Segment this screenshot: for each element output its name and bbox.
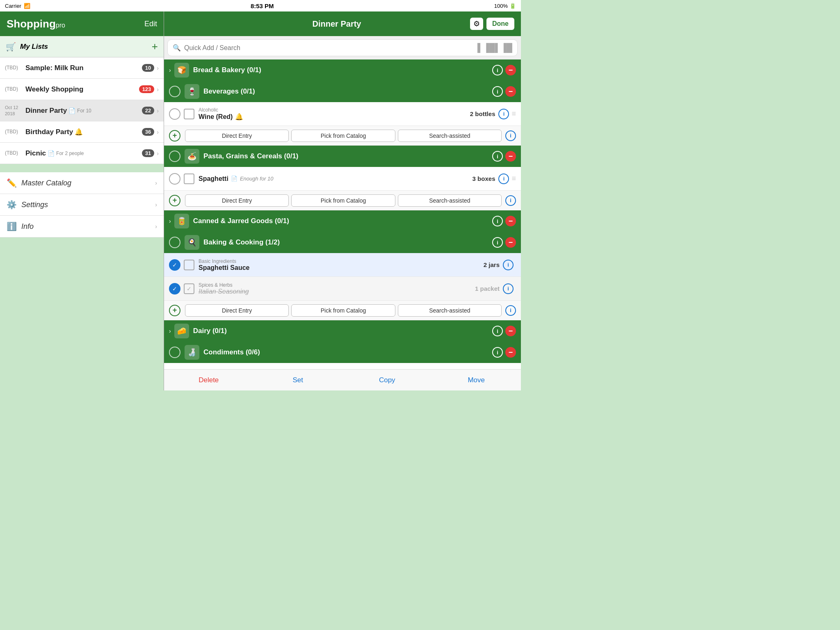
wine-checkbox-circle[interactable] — [169, 108, 180, 120]
chevron-icon: › — [155, 201, 157, 208]
beverages-info-button[interactable]: i — [492, 86, 503, 97]
add-row-info-baking[interactable]: i — [505, 305, 516, 316]
spaghetti-checkbox-square[interactable] — [184, 173, 194, 184]
spaghetti-checkbox-circle[interactable] — [169, 173, 180, 185]
barcode-icon[interactable]: ▌▐█▌▐█ — [477, 43, 512, 52]
wine-drag-handle[interactable]: ≡ — [511, 110, 516, 118]
note-icon-spaghetti: 📄 — [231, 176, 237, 182]
app-layout: Shoppingpro Edit 🛒 My Lists + (TBD) Samp… — [0, 11, 521, 390]
badge-weekly: 123 — [139, 85, 155, 93]
item-italian-seasoning: ✓ ✓ Spices & Herbs Italian Seasoning 1 p… — [164, 277, 521, 301]
seasoning-checkbox-circle[interactable]: ✓ — [169, 283, 180, 294]
sidebar-item-birthday[interactable]: (TBD) Birthday Party 🔔 36 › — [0, 121, 164, 143]
add-plus-pasta[interactable]: + — [169, 195, 180, 206]
sauce-info-button[interactable]: i — [503, 260, 514, 270]
my-lists-label: My Lists — [20, 43, 152, 51]
condiments-category-name: Condiments (0/6) — [203, 348, 492, 356]
pasta-info-button[interactable]: i — [492, 151, 503, 162]
sidebar-item-settings[interactable]: ⚙️ Settings › — [0, 194, 164, 216]
category-canned[interactable]: › 🥫 Canned & Jarred Goods (0/1) i − — [164, 210, 521, 232]
delete-button[interactable]: Delete — [164, 370, 253, 390]
pasta-circle[interactable] — [169, 151, 180, 162]
search-input[interactable] — [184, 44, 477, 52]
badge-dinner: 22 — [142, 107, 154, 114]
add-row-info-beverages[interactable]: i — [505, 130, 516, 141]
search-assisted-baking[interactable]: Search-assisted — [398, 304, 502, 317]
wine-checkbox-square[interactable] — [184, 109, 194, 119]
baking-circle[interactable] — [169, 237, 180, 248]
category-dairy[interactable]: › 🧀 Dairy (0/1) i − — [164, 320, 521, 342]
condiments-info-button[interactable]: i — [492, 347, 503, 358]
wine-quantity: 2 bottles — [470, 110, 495, 117]
beverages-remove-button[interactable]: − — [505, 86, 516, 97]
condiments-remove-button[interactable]: − — [505, 347, 516, 358]
add-row-baking: + Direct Entry Pick from Catalog Search-… — [164, 301, 521, 320]
pick-catalog-beverages[interactable]: Pick from Catalog — [291, 130, 395, 142]
condiments-circle[interactable] — [169, 347, 180, 358]
condiments-icon: 🍶 — [185, 345, 199, 360]
picnic-note: For 2 people — [56, 151, 84, 156]
add-row-pasta: + Direct Entry Pick from Catalog Search-… — [164, 191, 521, 210]
direct-entry-beverages[interactable]: Direct Entry — [185, 130, 289, 142]
dairy-info-button[interactable]: i — [492, 326, 503, 336]
bread-info-button[interactable]: i — [492, 65, 503, 75]
add-plus-baking[interactable]: + — [169, 305, 180, 316]
chevron-icon: › — [157, 65, 159, 71]
copy-button[interactable]: Copy — [342, 370, 432, 390]
sidebar-item-milk-run[interactable]: (TBD) Sample: Milk Run 10 › — [0, 57, 164, 79]
bread-remove-button[interactable]: − — [505, 65, 516, 75]
baking-info-button[interactable]: i — [492, 237, 503, 248]
set-button[interactable]: Set — [253, 370, 343, 390]
badge-milk-run: 10 — [142, 64, 154, 72]
wine-content: Alcoholic Wine (Red) 🔔 — [199, 107, 470, 121]
battery-icon: 🔋 — [509, 3, 516, 9]
seasoning-info-button[interactable]: i — [503, 283, 514, 294]
pick-catalog-baking[interactable]: Pick from Catalog — [291, 304, 395, 317]
search-assisted-beverages[interactable]: Search-assisted — [398, 130, 502, 142]
sidebar-item-info[interactable]: ℹ️ Info › — [0, 216, 164, 237]
direct-entry-pasta[interactable]: Direct Entry — [185, 194, 289, 207]
category-bread-bakery[interactable]: › 🍞 Bread & Bakery (0/1) i − — [164, 59, 521, 81]
baking-category-name: Baking & Cooking (1/2) — [203, 238, 492, 247]
sauce-checkbox-circle[interactable]: ✓ — [169, 259, 180, 271]
category-pasta[interactable]: 🍝 Pasta, Grains & Cereals (0/1) i − — [164, 146, 521, 167]
pick-catalog-pasta[interactable]: Pick from Catalog — [291, 194, 395, 207]
pasta-remove-button[interactable]: − — [505, 151, 516, 162]
main-header: Dinner Party ⚙ Done — [164, 11, 521, 36]
search-assisted-pasta[interactable]: Search-assisted — [398, 194, 502, 207]
category-condiments[interactable]: 🍶 Condiments (0/6) i − — [164, 342, 521, 363]
chevron-icon: › — [157, 150, 159, 157]
category-baking[interactable]: 🍳 Baking & Cooking (1/2) i − — [164, 232, 521, 253]
spaghetti-title: Spaghetti — [199, 175, 228, 183]
baking-remove-button[interactable]: − — [505, 237, 516, 248]
sidebar-item-master-catalog[interactable]: ✏️ Master Catalog › — [0, 172, 164, 194]
sauce-checkbox-square[interactable] — [184, 260, 194, 270]
sidebar-item-weekly[interactable]: (TBD) Weekly Shopping 123 › — [0, 79, 164, 100]
spaghetti-content: Spaghetti 📄 Enough for 10 — [199, 175, 472, 183]
header-actions: ⚙ Done — [470, 18, 514, 30]
move-button[interactable]: Move — [432, 370, 521, 390]
seasoning-checkbox-square[interactable]: ✓ — [184, 283, 194, 294]
dairy-remove-button[interactable]: − — [505, 326, 516, 336]
settings-button[interactable]: ⚙ — [470, 18, 483, 30]
add-row-info-pasta[interactable]: i — [505, 195, 516, 206]
spaghetti-drag-handle[interactable]: ≡ — [511, 174, 516, 183]
canned-remove-button[interactable]: − — [505, 216, 516, 226]
badge-birthday: 36 — [142, 128, 154, 136]
sidebar-item-dinner[interactable]: Oct 122018 Dinner Party 📄 For 10 22 › — [0, 100, 164, 121]
category-beverages[interactable]: 🍷 Beverages (0/1) i − — [164, 81, 521, 102]
bell-icon-wine: 🔔 — [235, 113, 243, 121]
beverages-circle[interactable] — [169, 86, 180, 97]
add-list-button[interactable]: + — [152, 40, 158, 53]
done-button[interactable]: Done — [486, 18, 514, 30]
beverages-icon: 🍷 — [185, 84, 199, 99]
edit-button[interactable]: Edit — [144, 20, 157, 28]
bell-icon-birthday: 🔔 — [75, 128, 83, 136]
sidebar-item-picnic[interactable]: (TBD) Picnic 📄 For 2 people 31 › — [0, 143, 164, 164]
direct-entry-baking[interactable]: Direct Entry — [185, 304, 289, 317]
spaghetti-info-button[interactable]: i — [498, 173, 509, 184]
add-plus-beverages[interactable]: + — [169, 130, 180, 142]
canned-info-button[interactable]: i — [492, 216, 503, 226]
wine-info-button[interactable]: i — [498, 109, 509, 119]
chevron-icon: › — [157, 107, 159, 114]
